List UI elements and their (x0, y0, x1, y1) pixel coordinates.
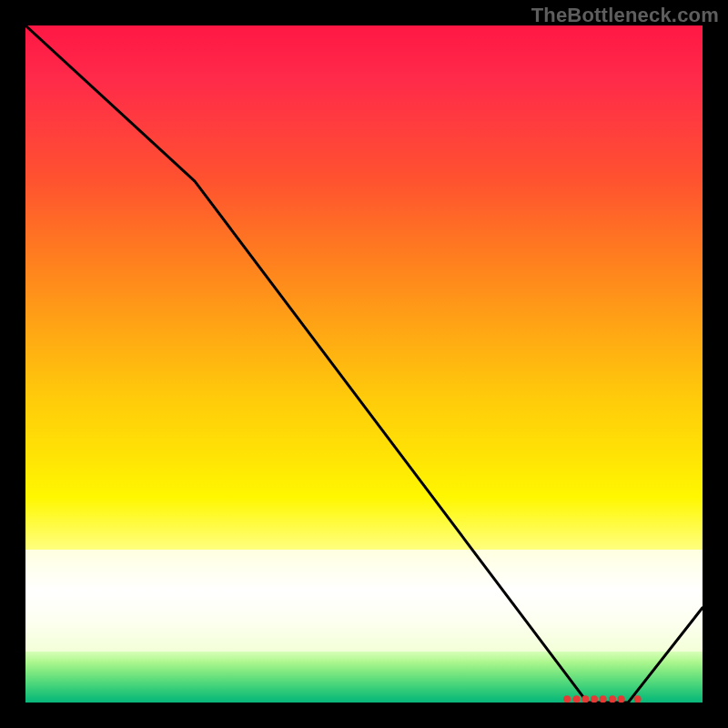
curve-layer (25, 25, 703, 703)
marker-dot (573, 695, 581, 703)
marker-dot (581, 695, 589, 703)
marker-dot (618, 695, 625, 703)
marker-dot (600, 695, 607, 703)
watermark-text: TheBottleneck.com (531, 4, 719, 27)
bottleneck-curve (25, 25, 703, 703)
marker-dot (591, 695, 598, 703)
marker-dot (634, 695, 642, 703)
marker-dot (609, 695, 616, 703)
plot-area (25, 25, 703, 703)
marker-dot (563, 695, 571, 703)
chart-frame: TheBottleneck.com (0, 0, 728, 728)
